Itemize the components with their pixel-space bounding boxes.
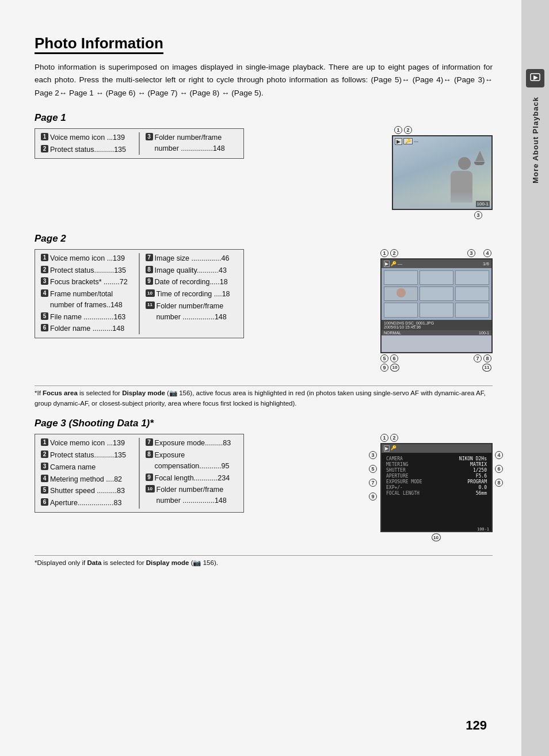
label-1: 1: [380, 249, 388, 257]
page2-diagram: 1 2 3 4 ▶ 🔑 —: [380, 249, 493, 372]
label-3: 3: [369, 451, 377, 459]
page2-col2: 7 Image size ...............46 8 Image q…: [146, 253, 238, 334]
list-item: 7 Image size ...............46: [146, 253, 238, 264]
item-text: Voice memo icon ...139: [50, 132, 125, 143]
data-value: 0.0: [479, 485, 487, 490]
sidebar-label: More About Playback: [531, 97, 540, 184]
item-text: Camera name: [50, 462, 96, 473]
item-num: 4: [41, 289, 48, 297]
p3-top-labels: 1 2: [380, 434, 493, 442]
p2-row2-labels: 9 10 11: [380, 364, 493, 372]
label-9: 9: [369, 492, 377, 501]
item-text: Date of recording.....18: [155, 277, 228, 288]
label-4: 4: [483, 249, 491, 257]
p2-top-labels: 1 2 3 4: [380, 249, 493, 257]
data-value: 1/250: [473, 468, 487, 473]
sidebar-playback-icon: [526, 69, 544, 87]
list-item: 10 Time of recording ....18: [146, 289, 238, 300]
page3-block: 1 Voice memo icon ...139 2 Protect statu…: [35, 434, 493, 541]
item-num: 1: [41, 438, 48, 446]
item-text: Time of recording ....18: [157, 289, 230, 300]
focus-cell: [455, 303, 489, 317]
data-label: EXP+/-: [386, 485, 403, 490]
item-text: Aperture..................83: [50, 498, 121, 509]
boat-figure: [474, 151, 486, 165]
list-item: 7 Exposure mode.........83: [146, 438, 238, 449]
page1-col1: 1 Voice memo icon ...139 2 Protect statu…: [41, 132, 133, 155]
page3-title: Page 3 (Shooting Data 1)*: [35, 418, 493, 429]
page2-block: 1 Voice memo icon ...139 2 Protect statu…: [35, 249, 493, 372]
item-text: Folder number/framenumber ..............…: [157, 301, 227, 323]
list-item: 8 Image quality...........43: [146, 265, 238, 276]
data-row: CAMERA NIKON D2Hs: [386, 456, 487, 461]
page-title: Photo Information: [35, 35, 163, 54]
page1-title: Page 1: [35, 112, 493, 124]
p3-bottom-label: 10: [380, 533, 493, 541]
item-num: 2: [41, 450, 48, 458]
list-item: 11 Folder number/framenumber ...........…: [146, 301, 238, 323]
focus-cell: [384, 270, 418, 285]
screen-image-p1: ▶ 🔑 —: [393, 136, 491, 209]
item-text: Folder number/framenumber ..............…: [157, 484, 227, 506]
label-10: 10: [390, 364, 399, 372]
focus-cell: [455, 270, 489, 285]
item-num: 10: [146, 289, 155, 297]
label-4: 4: [495, 451, 503, 459]
data-label: METERING: [386, 462, 409, 467]
data-row: FOCAL LENGTH 56mm: [386, 491, 487, 496]
list-item: 9 Date of recording.....18: [146, 277, 238, 288]
label-8: 8: [495, 479, 503, 487]
focus-grid: [382, 268, 491, 320]
focus-cell: [420, 287, 453, 301]
list-item: 6 Folder name ..........148: [41, 323, 133, 334]
list-item: 10 Folder number/framenumber ...........…: [146, 484, 238, 506]
col-divider: [139, 438, 140, 509]
person-head: [458, 157, 471, 170]
p2-labels-right: 3 4: [467, 249, 493, 257]
item-text: Exposure mode.........83: [155, 438, 231, 449]
label-7: 7: [474, 354, 482, 362]
label-10: 10: [432, 533, 441, 541]
date-row: 2005/01/10 15:45:36: [384, 325, 489, 329]
frame-num-p3: 100-1: [477, 527, 489, 532]
focus-cell: [420, 303, 453, 317]
list-item: 4 Metering method ....82: [41, 474, 133, 485]
data-value: PROGRAM: [467, 479, 487, 484]
key-icon: 🔑: [391, 261, 396, 266]
page2-info-box: 1 Voice memo icon ...139 2 Protect statu…: [35, 249, 244, 338]
p2-labels-left: 1 2: [380, 249, 399, 257]
label-2: 2: [390, 434, 398, 442]
label-8: 8: [483, 354, 491, 362]
item-num: 5: [41, 312, 48, 320]
p3-left-labels: 1 2: [380, 434, 399, 442]
item-num: 7: [146, 254, 153, 261]
item-num: 2: [41, 266, 48, 273]
item-text: Shutter speed ..........83: [50, 486, 125, 497]
list-item: 9 Focal length............234: [146, 473, 238, 484]
list-item: 3 Camera name: [41, 462, 133, 473]
p2-bottom-labels: 5 6 7 8: [380, 354, 493, 362]
data-value: F5.6: [476, 474, 487, 479]
data-value: NIKON D2Hs: [459, 456, 487, 461]
label-3: 3: [467, 249, 475, 257]
data-screen-p3: CAMERA NIKON D2Hs METERING MATRIX SHUTTE…: [382, 453, 491, 532]
item-text: Frame number/totalnumber of frames..148: [50, 289, 123, 311]
item-num-2: 2: [41, 145, 48, 152]
page3-footnote: *Displayed only if Data is selected for …: [35, 555, 493, 568]
label-6: 6: [390, 354, 398, 362]
key-icon: 🔑: [391, 445, 396, 452]
list-item: 3 Focus brackets* ........72: [41, 277, 133, 288]
sidebar: More About Playback: [521, 0, 549, 756]
data-row: SHUTTER 1/250: [386, 468, 487, 473]
col-divider: [139, 253, 140, 334]
p3-top-icons: ▶ 🔑: [384, 445, 396, 452]
list-item: 2 Protect status..........135: [41, 144, 133, 155]
page1-diagram: 1 2 ▶ 🔑 —: [392, 128, 493, 219]
item-text: Exposurecompensation...........95: [155, 450, 230, 472]
page2-title: Page 2: [35, 233, 493, 245]
list-item: 3 Folder number/framenumber ............…: [146, 132, 238, 154]
item-num-1: 1: [41, 133, 48, 140]
page2-col1: 1 Voice memo icon ...139 2 Protect statu…: [41, 253, 133, 334]
item-num: 9: [146, 277, 153, 285]
item-num: 6: [41, 498, 48, 506]
